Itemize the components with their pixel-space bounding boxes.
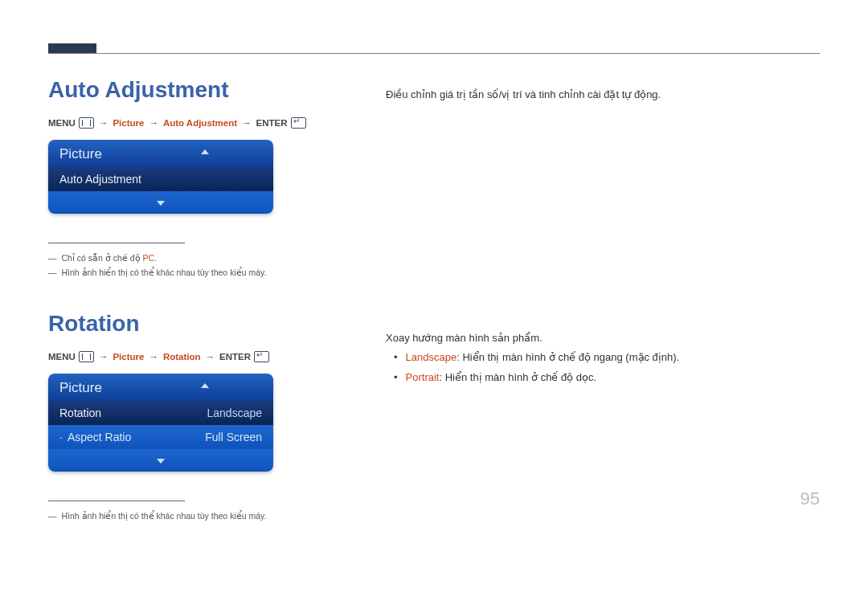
enter-icon — [291, 117, 306, 129]
option-portrait: Portrait: Hiển thị màn hình ở chế độ dọc… — [386, 368, 820, 388]
osd-header: Picture — [48, 140, 273, 167]
osd-row-label: Rotation — [59, 407, 101, 419]
osd-header-label: Picture — [59, 146, 102, 161]
left-column: Auto Adjustment MENU → Picture → Auto Ad… — [48, 77, 338, 524]
heading-auto-adjustment: Auto Adjustment — [48, 77, 338, 103]
crumb-rotation: Rotation — [163, 352, 201, 362]
crumb-enter-label: ENTER — [256, 118, 288, 128]
note-highlight-pc: PC — [143, 253, 155, 263]
note-text-post: . — [154, 253, 157, 263]
crumb-enter-label: ENTER — [219, 352, 251, 362]
osd-header-label: Picture — [59, 380, 102, 395]
arrow-icon: → — [149, 118, 158, 128]
caret-down-icon — [157, 201, 165, 206]
section-rotation: Rotation MENU → Picture → Rotation → ENT… — [48, 311, 338, 524]
menu-icon — [79, 351, 94, 362]
page-top-rule — [48, 53, 820, 54]
note-text: Chỉ có sẵn ở chế độ — [62, 253, 143, 263]
note-text: Hình ảnh hiển thị có thể khác nhau tùy t… — [62, 511, 267, 521]
caret-down-icon — [157, 459, 165, 464]
heading-rotation: Rotation — [48, 311, 338, 337]
option-text: : Hiển thị màn hình ở chế độ dọc. — [439, 371, 596, 383]
osd-row-label: Aspect Ratio — [59, 431, 131, 443]
osd-panel-auto-adjustment: Picture Auto Adjustment — [48, 140, 273, 214]
rotation-options-list: Landscape: Hiển thị màn hình ở chế độ ng… — [386, 348, 820, 387]
breadcrumb-rotation: MENU → Picture → Rotation → ENTER — [48, 351, 338, 362]
note-image-vary: ―Hình ảnh hiển thị có thể khác nhau tùy … — [48, 266, 338, 280]
desc-auto-adjustment: Điều chỉnh giá trị tần số/vị trí và tinh… — [386, 85, 820, 105]
arrow-icon: → — [149, 352, 158, 362]
osd-row-aspect-ratio: Aspect Ratio Full Screen — [48, 425, 273, 449]
crumb-menu-label: MENU — [48, 118, 76, 128]
note-image-vary: ―Hình ảnh hiển thị có thể khác nhau tùy … — [48, 509, 338, 524]
option-text: : Hiển thị màn hình ở chế độ ngang (mặc … — [457, 351, 679, 363]
right-column: Điều chỉnh giá trị tần số/vị trí và tinh… — [386, 77, 820, 524]
notes-divider — [48, 501, 185, 501]
desc-rotation: Xoay hướng màn hình sản phẩm. — [386, 329, 820, 349]
arrow-icon: → — [206, 352, 215, 362]
two-column-layout: Auto Adjustment MENU → Picture → Auto Ad… — [48, 77, 820, 524]
option-landscape: Landscape: Hiển thị màn hình ở chế độ ng… — [386, 348, 820, 368]
dash-icon: ― — [48, 268, 57, 277]
osd-row-auto-adjustment: Auto Adjustment — [48, 167, 273, 191]
arrow-icon: → — [242, 118, 252, 128]
notes-divider — [48, 243, 185, 243]
osd-panel-rotation: Picture Rotation Landscape Aspect Ratio … — [48, 374, 273, 472]
option-key: Portrait — [406, 371, 440, 383]
arrow-icon: → — [99, 352, 108, 362]
crumb-auto-adjustment: Auto Adjustment — [163, 118, 237, 128]
page-number: 95 — [800, 488, 820, 509]
osd-caret-down — [48, 449, 273, 472]
osd-row-value: Full Screen — [205, 431, 262, 443]
note-text: Hình ảnh hiển thị có thể khác nhau tùy t… — [62, 268, 267, 277]
note-pc-mode: ―Chỉ có sẵn ở chế độ PC. — [48, 251, 338, 266]
caret-up-icon — [201, 149, 209, 154]
page-tab-mark — [48, 43, 96, 53]
document-page: Auto Adjustment MENU → Picture → Auto Ad… — [0, 0, 868, 524]
option-key: Landscape — [406, 351, 457, 363]
osd-caret-down — [48, 191, 273, 214]
dash-icon: ― — [48, 511, 57, 521]
spacer — [386, 105, 820, 329]
osd-row-rotation: Rotation Landscape — [48, 401, 273, 425]
crumb-picture: Picture — [113, 352, 144, 362]
osd-row-value: Landscape — [207, 407, 262, 419]
crumb-menu-label: MENU — [48, 352, 76, 362]
osd-header: Picture — [48, 374, 273, 401]
osd-row-label: Auto Adjustment — [59, 173, 141, 186]
crumb-picture: Picture — [113, 118, 144, 128]
caret-up-icon — [201, 383, 209, 388]
menu-icon — [79, 117, 94, 129]
breadcrumb-auto-adjustment: MENU → Picture → Auto Adjustment → ENTER — [48, 117, 338, 129]
arrow-icon: → — [99, 118, 108, 128]
dash-icon: ― — [48, 253, 57, 263]
enter-icon — [254, 351, 269, 362]
